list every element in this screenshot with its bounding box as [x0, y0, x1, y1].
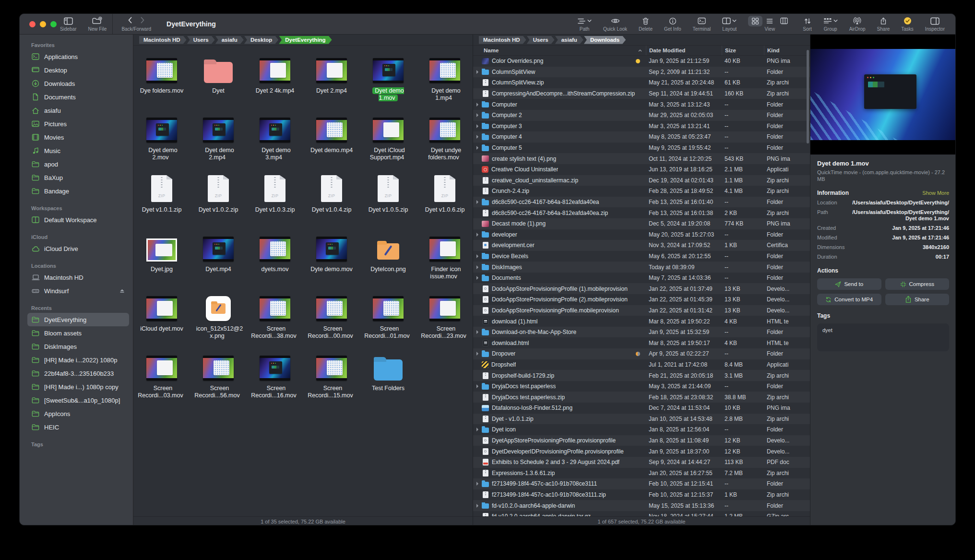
sidebar-item-bloom-assets[interactable]: Bloom assets — [27, 326, 129, 340]
disclosure-chevron-icon[interactable] — [476, 200, 478, 204]
disclosure-chevron-icon[interactable] — [476, 276, 478, 280]
table-row[interactable]: Dropshelf-build-1729.zipFeb 21, 2025 at … — [473, 370, 810, 381]
breadcrumb-users[interactable]: Users — [187, 36, 215, 44]
disclosure-chevron-icon[interactable] — [476, 146, 478, 150]
table-row[interactable]: Color Overrides.pngJan 9, 2025 at 21:12:… — [473, 56, 810, 67]
grid-item[interactable]: icon_512x512@2x.png — [190, 290, 247, 350]
view-grid-icon[interactable] — [748, 16, 762, 26]
minimize-window-button[interactable] — [40, 21, 46, 27]
table-row[interactable]: f2713499-18f4-457c-ac10-91b708ce3111.zip… — [473, 489, 810, 500]
sidebar-item-hr-made-i-2022-1080p[interactable]: [HR] Made i...2022) 1080p — [27, 353, 129, 367]
grid-item[interactable]: Dyet demo 1.mp4 — [416, 52, 473, 112]
close-window-button[interactable] — [29, 21, 36, 27]
grid-item[interactable]: ZIPDyet v1.0.3.zip — [247, 171, 303, 231]
table-row[interactable]: Download-on-the-Mac-App-StoreJan 9, 2025… — [473, 327, 810, 338]
table-row[interactable]: Dtafalonso-Ios8-Finder.512.pngDec 7, 202… — [473, 403, 810, 414]
breadcrumb-dyeteverything[interactable]: DyetEverything — [279, 36, 332, 44]
disclosure-chevron-icon[interactable] — [476, 124, 478, 128]
breadcrumb-macintosh-hd[interactable]: Macintosh HD — [139, 36, 187, 44]
sidebar-toggle-button[interactable]: Sidebar — [54, 14, 82, 34]
table-row[interactable]: Dyet iconJan 8, 2025 at 12:56:04--Folder — [473, 424, 810, 435]
table-row[interactable]: DiskImagesToday at 08:39:09--Folder — [473, 262, 810, 273]
grid-item[interactable]: Dyet 2 4k.mp4 — [247, 52, 303, 112]
disclosure-chevron-icon[interactable] — [476, 330, 478, 334]
toolbar-button-layout[interactable]: Layout — [716, 14, 742, 34]
sidebar-item-downloads[interactable]: Downloads — [27, 77, 129, 90]
sidebar-item-desktop[interactable]: Desktop — [27, 63, 129, 77]
toolbar-button-quick-look[interactable]: Quick Look — [597, 14, 633, 34]
disclosure-chevron-icon[interactable] — [476, 70, 478, 74]
view-columns-icon[interactable] — [777, 16, 791, 26]
table-row[interactable]: Computer 5May 9, 2025 at 19:55:42--Folde… — [473, 143, 810, 154]
table-row[interactable]: DodoAppStoreProvisioningProfile.mobilepr… — [473, 305, 810, 316]
column-header-date-modified[interactable]: Date Modified — [646, 46, 722, 55]
table-row[interactable]: Computer 2Mar 29, 2025 at 02:05:03--Fold… — [473, 110, 810, 121]
sidebar-item-music[interactable]: Music — [27, 144, 129, 157]
breadcrumb-users[interactable]: Users — [527, 36, 555, 44]
disclosure-chevron-icon[interactable] — [476, 384, 478, 388]
table-row[interactable]: Dyet - v1.0.1.zipJan 10, 2025 at 14:53:4… — [473, 414, 810, 425]
grid-item[interactable]: Screen Recordi...23.mov — [416, 290, 473, 350]
disclosure-chevron-icon[interactable] — [476, 352, 478, 356]
table-row[interactable]: DropshelfJul 1, 2021 at 17:42:088.4 MBAp… — [473, 359, 810, 370]
share-button[interactable]: Share — [885, 294, 950, 305]
toolbar-button-path[interactable]: Path — [571, 14, 597, 34]
toolbar-button-get-info[interactable]: Get Info — [658, 14, 687, 34]
grid-item[interactable]: Screen Recordi...16.mov — [247, 350, 303, 409]
table-row[interactable]: Computer 4May 8, 2025 at 05:23:47--Folde… — [473, 131, 810, 143]
sidebar-item-asiafu[interactable]: asiafu — [27, 104, 129, 117]
table-row[interactable]: d6c8c590-cc26-4167-b64a-812eafda40eaFeb … — [473, 197, 810, 208]
column-header-kind[interactable]: Kind — [764, 46, 810, 55]
table-row[interactable]: fd-v10.2.0-aarch64-apple-darwin.tar.gzNo… — [473, 511, 810, 516]
grid-item[interactable]: Screen Recordi...00.mov — [303, 290, 360, 350]
toolbar-button-tasks[interactable]: Tasks — [895, 14, 919, 34]
grid-item[interactable]: ZIPDyet v1.0.6.zip — [416, 171, 473, 231]
view-list-icon[interactable] — [762, 16, 777, 26]
table-row[interactable]: Crunch-2.4.zipFeb 28, 2025 at 18:49:524.… — [473, 186, 810, 197]
toolbar-button-airdrop[interactable]: AirDrop — [844, 14, 871, 34]
disclosure-chevron-icon[interactable] — [476, 113, 478, 117]
table-row[interactable]: d6c8c590-cc26-4167-b64a-812eafda40ea.zip… — [473, 207, 810, 218]
table-row[interactable]: CompressingAndDecompre...ithStreamCompre… — [473, 88, 810, 99]
sidebar-item-diskimages[interactable]: DiskImages — [27, 340, 129, 353]
sidebar-item-baxup[interactable]: BaXup — [27, 171, 129, 184]
table-row[interactable]: ColumnSplitView.zipMay 21, 2025 at 20:24… — [473, 77, 810, 88]
breadcrumb-desktop[interactable]: Desktop — [244, 36, 278, 44]
column-header-size[interactable]: Size — [722, 46, 764, 55]
breadcrumb-downloads[interactable]: Downloads — [584, 36, 626, 44]
table-row[interactable]: Decast mode (1).pngDec 5, 2024 at 19:20:… — [473, 218, 810, 229]
grid-item[interactable]: Dyet demo 1.mov — [360, 52, 416, 112]
sidebar-item-macintosh-hd[interactable]: Macintosh HD — [27, 271, 129, 284]
table-row[interactable]: DyetDeveloperIDProvisioningProfile.provi… — [473, 446, 810, 457]
forward-button[interactable] — [140, 16, 145, 26]
table-row[interactable]: fd-v10.2.0-aarch64-apple-darwinMay 15, 2… — [473, 500, 810, 511]
toolbar-button-delete[interactable]: Delete — [633, 14, 658, 34]
grid-item[interactable]: Screen Recordi...38.mov — [247, 290, 303, 350]
grid-item[interactable]: Dyet demo 2.mp4 — [190, 112, 247, 171]
table-row[interactable]: Computer 3Mar 3, 2025 at 13:21:41--Folde… — [473, 121, 810, 132]
table-row[interactable]: DryjaDocs test.paperlessMay 3, 2025 at 2… — [473, 381, 810, 392]
toolbar-button-share[interactable]: Share — [871, 14, 896, 34]
zoom-window-button[interactable] — [50, 21, 57, 27]
compress-button[interactable]: Compress — [885, 278, 950, 290]
scrollbar-thumb[interactable] — [807, 50, 809, 143]
grid-item[interactable]: Screen Recordi...15.mov — [303, 350, 360, 409]
disclosure-chevron-icon[interactable] — [476, 482, 478, 486]
disclosure-chevron-icon[interactable] — [476, 504, 478, 508]
table-row[interactable]: DocumentsMay 7, 2025 at 14:03:36--Folder — [473, 273, 810, 284]
grid-item[interactable]: Dyet iCloud Support.mp4 — [360, 112, 416, 171]
table-row[interactable]: DryjaDocs test.paperless.zipFeb 18, 2025… — [473, 392, 810, 403]
breadcrumb-asiafu[interactable]: asiafu — [215, 36, 244, 44]
grid-item[interactable]: Dyte demo.mov — [303, 231, 360, 290]
table-row[interactable]: f2713499-18f4-457c-ac10-91b708ce3111Feb … — [473, 478, 810, 489]
sidebar-item-pictures[interactable]: Pictures — [27, 117, 129, 131]
toolbar-button-view[interactable]: View — [742, 14, 797, 34]
table-row[interactable]: ComputerMar 3, 2025 at 13:12:43--Folder — [473, 99, 810, 110]
grid-item[interactable]: Dyet — [190, 52, 247, 112]
sidebar-item-appicons[interactable]: AppIcons — [27, 407, 129, 420]
eject-icon[interactable] — [119, 288, 125, 294]
table-row[interactable]: DodoAppStoreProvisioningProfile (2).mobi… — [473, 294, 810, 305]
sidebar-item-apod[interactable]: apod — [27, 157, 129, 171]
sidebar-item-movies[interactable]: Movies — [27, 131, 129, 144]
table-row[interactable]: DropoverApr 9, 2025 at 02:22:27--Folder — [473, 348, 810, 359]
